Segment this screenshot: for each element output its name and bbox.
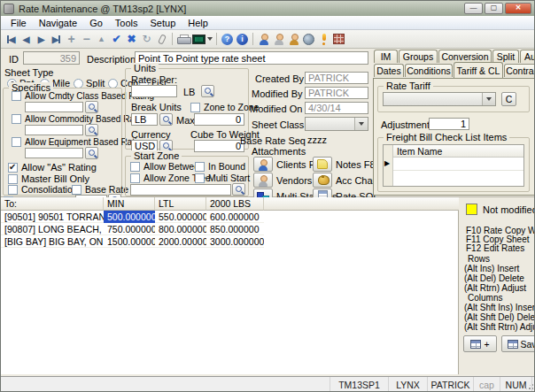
clients-toolbar-icon[interactable]: [256, 32, 271, 47]
insert-record-icon[interactable]: +: [64, 32, 79, 47]
break-units-lookup-icon[interactable]: [159, 113, 173, 126]
toolbar: ◀ ◀ ▶ ▶ + − ▲ ✔ ✖ ↻ ? i: [1, 30, 534, 49]
web-tools-icon[interactable]: [301, 32, 316, 47]
allow-as-rating-checkbox[interactable]: Allow "As" Rating: [8, 162, 97, 173]
tab-conditions[interactable]: Conditions: [405, 64, 453, 77]
rates-per-lookup-icon[interactable]: [201, 85, 214, 97]
cube-to-weight-field[interactable]: 0: [194, 140, 244, 152]
menu-tools[interactable]: Tools: [109, 17, 144, 29]
tab-im[interactable]: IM: [374, 50, 398, 63]
status-panel-database: TM13SP1: [330, 377, 389, 392]
add-column-button[interactable]: +: [463, 335, 497, 352]
zone-to-zone-checkbox[interactable]: Zone to Zone: [190, 102, 259, 112]
max-field[interactable]: 0: [194, 113, 244, 126]
equipment-field[interactable]: [25, 148, 83, 158]
grid-cell[interactable]: [BIG BAY] BIG BAY, ON: [1, 235, 104, 248]
grid-cell[interactable]: 850.000000: [206, 223, 264, 235]
grid-cell[interactable]: 2000.000000: [155, 235, 206, 248]
attachment-icon[interactable]: [154, 32, 169, 47]
modified-on-field[interactable]: 4/30/14: [305, 102, 368, 114]
grid-header-to[interactable]: To:: [1, 197, 104, 211]
adjustment-field[interactable]: 1: [429, 118, 469, 130]
tab-split[interactable]: Split: [492, 50, 519, 63]
tab-dates[interactable]: Dates: [374, 64, 404, 77]
grid-cell-selected[interactable]: 500.000000: [104, 211, 155, 223]
alert-icon[interactable]: [316, 32, 331, 47]
grid-cell[interactable]: [90501] 90501 TORRANCE, CA: [1, 211, 104, 223]
tab-contract[interactable]: Contract: [504, 64, 535, 77]
print-icon[interactable]: [175, 32, 190, 47]
previous-record-icon[interactable]: ◀: [19, 32, 34, 47]
consolidation-checkbox[interactable]: Consolidation: [8, 184, 78, 195]
commodity-field[interactable]: [25, 125, 83, 135]
base-rate-seq-field[interactable]: zzzz: [305, 134, 368, 146]
next-record-icon[interactable]: ▶: [34, 32, 49, 47]
info-icon[interactable]: i: [235, 32, 250, 47]
acc-charges-button[interactable]: [313, 173, 332, 188]
menu-file[interactable]: File: [4, 17, 33, 29]
break-units-field[interactable]: LB: [131, 113, 158, 126]
description-field[interactable]: Point To Point type rate sheet: [135, 51, 368, 65]
grid-cell[interactable]: 750.000000: [104, 223, 155, 235]
tab-conversion[interactable]: Conversion: [438, 50, 492, 63]
rates-grid-icon[interactable]: [331, 32, 346, 47]
grid-header-min[interactable]: MIN: [104, 197, 155, 211]
columns-section-label: Columns: [468, 293, 502, 303]
notes-button[interactable]: [313, 157, 332, 172]
close-button[interactable]: ✕: [505, 3, 531, 14]
rate-tariff-c-button[interactable]: C: [501, 92, 516, 106]
menu-navigate[interactable]: Navigate: [33, 17, 83, 29]
start-zone-field[interactable]: [130, 184, 231, 196]
grid-header-2000lbs[interactable]: 2000 LBS: [206, 197, 264, 211]
cmdty-class-lookup-icon[interactable]: [85, 101, 98, 113]
rates-per-field[interactable]: [131, 85, 177, 97]
allow-between-checkbox[interactable]: Allow Between: [130, 161, 205, 172]
clients-button[interactable]: [253, 157, 273, 172]
vendors-toolbar-icon[interactable]: [271, 32, 286, 47]
cancel-edit-icon[interactable]: ✖: [124, 32, 139, 47]
edit-record-icon[interactable]: ▲: [94, 32, 109, 47]
commodity-lookup-icon[interactable]: [85, 124, 98, 136]
id-field[interactable]: 359: [23, 51, 80, 65]
start-zone-label: Start Zone: [131, 150, 182, 161]
rate-tariff-dropdown-arrow[interactable]: [482, 93, 495, 105]
save-button[interactable]: Save: [501, 335, 535, 352]
grid-cell[interactable]: 550.000000: [155, 211, 206, 223]
last-record-icon[interactable]: ▶: [49, 32, 64, 47]
checklist-item-name-header[interactable]: Item Name: [393, 145, 523, 158]
terminal-selector-icon[interactable]: [190, 32, 213, 47]
start-zone-lookup-icon[interactable]: [232, 183, 245, 196]
minimize-button[interactable]: —: [464, 3, 483, 14]
grid-cell[interactable]: 1500.000000: [104, 235, 155, 248]
refresh-icon[interactable]: ↻: [139, 32, 154, 47]
delete-record-icon[interactable]: −: [79, 32, 94, 47]
sheet-class-dropdown-arrow[interactable]: [354, 118, 368, 130]
cmdty-class-field[interactable]: [25, 102, 83, 112]
in-bound-checkbox[interactable]: In Bound: [195, 161, 245, 172]
checklist-grid[interactable]: Item Name ▶: [383, 144, 524, 187]
vendors-button[interactable]: [253, 173, 273, 188]
grid-cell[interactable]: 600.000000: [206, 211, 264, 223]
menu-go[interactable]: Go: [83, 17, 109, 29]
drivers-toolbar-icon[interactable]: [286, 32, 301, 47]
menu-help[interactable]: Help: [182, 17, 214, 29]
tab-tariff-cl[interactable]: Tariff & CL: [454, 62, 503, 78]
created-by-field[interactable]: PATRICK: [305, 72, 368, 84]
sheet-class-dropdown[interactable]: [305, 117, 368, 131]
menu-setup[interactable]: Setup: [144, 17, 182, 29]
grid-header-ltl[interactable]: LTL: [155, 197, 206, 211]
equipment-lookup-icon[interactable]: [85, 147, 98, 159]
grid-cell[interactable]: 3000.000000: [206, 235, 264, 248]
grid-cell[interactable]: 800.000000: [155, 223, 206, 235]
rate-tariff-dropdown[interactable]: [383, 92, 496, 106]
modified-by-field[interactable]: PATRICK: [305, 87, 368, 99]
multi-start-checkbox[interactable]: Multi Start: [195, 173, 250, 183]
master-bill-only-checkbox[interactable]: Master Bill Only: [8, 173, 89, 184]
help-icon[interactable]: ?: [220, 32, 235, 47]
grid-cell[interactable]: [90807] LONG BEACH, CA: [1, 223, 104, 235]
first-record-icon[interactable]: ◀: [4, 32, 19, 47]
tab-groups[interactable]: Groups: [399, 50, 438, 63]
tab-audit[interactable]: Audit: [520, 50, 535, 63]
post-edit-icon[interactable]: ✔: [109, 32, 124, 47]
maximize-button[interactable]: ▢: [485, 3, 503, 14]
